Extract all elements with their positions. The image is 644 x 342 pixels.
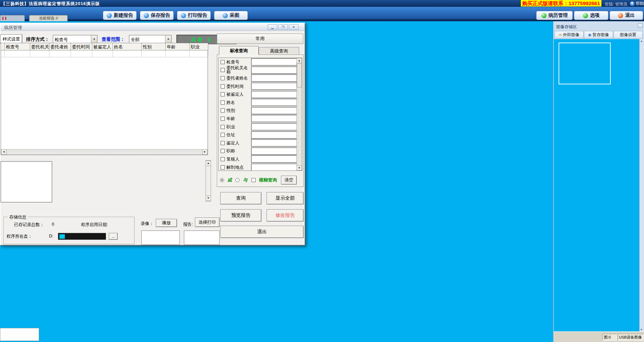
common-button[interactable]: 常用: [217, 34, 303, 44]
scroll-up-icon[interactable]: ▲: [640, 40, 643, 42]
query-field-row: 姓名: [219, 98, 296, 107]
query-field-input[interactable]: [251, 83, 302, 90]
show-all-button[interactable]: 显示全部: [267, 192, 304, 204]
field-checkbox[interactable]: [221, 117, 225, 121]
detail-memo-box[interactable]: [1, 161, 52, 202]
field-checkbox[interactable]: [221, 141, 225, 145]
chevron-down-icon[interactable]: ▼: [165, 35, 171, 43]
chevron-down-icon[interactable]: ▼: [91, 35, 97, 43]
logic-or-radio[interactable]: [220, 178, 224, 182]
dialog-titlebar[interactable]: 病历管理 ▁ ❐ ✕: [1, 23, 305, 31]
preview-report-button[interactable]: 预览报告: [220, 209, 261, 222]
query-field-input[interactable]: [251, 123, 302, 130]
query-field-input[interactable]: [251, 107, 302, 114]
query-field-row: 委托机关名称: [219, 66, 296, 74]
clear-button[interactable]: 清空: [281, 176, 297, 185]
query-list-scrollbar[interactable]: ▲ ▼: [296, 58, 302, 170]
scroll-down-icon[interactable]: ▼: [206, 196, 211, 201]
field-checkbox[interactable]: [221, 68, 225, 72]
query-field-input[interactable]: [251, 131, 302, 139]
records-table[interactable]: 检查号 委托机关 委托者姓 委托时间 被鉴定人 姓名 性别 年龄 职业 ◄ ►: [1, 43, 208, 155]
maximize-icon[interactable]: ❐: [278, 24, 288, 30]
field-checkbox[interactable]: [221, 101, 225, 105]
print-report-button[interactable]: 打印报告: [177, 11, 211, 20]
query-field-input[interactable]: [251, 115, 302, 122]
query-field-input[interactable]: [251, 67, 302, 74]
view-scope-select[interactable]: 全部 ▼: [129, 35, 172, 44]
image-slot-placeholder[interactable]: [559, 43, 611, 84]
fuzzy-query-checkbox[interactable]: [251, 178, 256, 182]
external-image-button[interactable]: ➥ 外部图像: [554, 31, 584, 38]
query-field-input[interactable]: [251, 58, 302, 66]
blue-sphere-icon: [144, 13, 149, 18]
close-icon[interactable]: ✕: [289, 24, 298, 30]
logic-or-label: 或: [227, 177, 232, 183]
query-field-input[interactable]: [251, 164, 302, 171]
query-field-row: 职业: [219, 123, 296, 131]
memo-vertical-scrollbar[interactable]: ▲ ▼: [206, 160, 211, 201]
field-checkbox[interactable]: [221, 157, 225, 161]
new-report-button[interactable]: 新建报告: [103, 11, 137, 20]
storage-info-title: 存储信息: [8, 214, 28, 220]
left-mini-tab[interactable]: [0, 15, 25, 21]
query-field-input[interactable]: [251, 74, 302, 82]
query-field-row: 被鉴定人: [219, 90, 296, 98]
style-settings-button[interactable]: 样式设置: [0, 34, 22, 44]
query-field-input[interactable]: [251, 155, 302, 163]
query-field-input[interactable]: [251, 148, 302, 155]
red-mark-icon: [5, 17, 6, 20]
query-field-input[interactable]: [251, 139, 302, 146]
scroll-left-icon[interactable]: ◄: [1, 149, 7, 155]
scroll-up-icon[interactable]: ▲: [296, 58, 302, 63]
logic-and-radio[interactable]: [235, 178, 239, 182]
query-field-row: 年龄: [219, 115, 296, 123]
play-button[interactable]: 播放: [156, 219, 177, 227]
records-manage-button[interactable]: 病历管理: [536, 11, 573, 20]
query-button[interactable]: 查询: [220, 192, 261, 204]
field-checkbox[interactable]: [221, 149, 225, 153]
field-checkbox[interactable]: [221, 165, 225, 169]
browse-button[interactable]: ...: [109, 233, 118, 240]
field-checkbox[interactable]: [221, 125, 225, 129]
tab-advanced-query[interactable]: 高级查询: [259, 47, 299, 55]
query-field-label: 委托时间: [226, 84, 251, 89]
help-button[interactable]: ? 帮助: [630, 1, 644, 7]
capture-image-button[interactable]: 采图: [214, 11, 248, 20]
image-settings-button[interactable]: 图像设置: [613, 31, 643, 38]
field-checkbox[interactable]: [221, 60, 225, 64]
image-panel-scrollbar[interactable]: ▲ ▼: [639, 39, 644, 331]
image-list-area[interactable]: ▲ ▼: [554, 39, 644, 331]
column-header: 检查号: [5, 43, 30, 50]
scrollbar-thumb[interactable]: [297, 63, 302, 87]
window-controls: ▁ ❐ ✕: [268, 24, 298, 30]
field-checkbox[interactable]: [221, 76, 225, 80]
save-report-button[interactable]: 保存报告: [140, 11, 174, 20]
minimize-icon[interactable]: ▁: [268, 24, 277, 30]
exit-app-button[interactable]: 退出: [610, 11, 643, 20]
field-checkbox[interactable]: [221, 108, 225, 113]
query-field-input[interactable]: [251, 99, 302, 106]
report-label: 报告:: [183, 222, 193, 227]
field-checkbox[interactable]: [221, 84, 225, 89]
scroll-right-icon[interactable]: ►: [202, 149, 208, 155]
new-report-label: 新建报告: [114, 12, 133, 19]
options-button[interactable]: 选项: [574, 11, 608, 20]
scroll-down-icon[interactable]: ▼: [640, 328, 643, 331]
temp-image-button[interactable]: ◉ 暂存图像: [584, 31, 613, 38]
total-records-label: 已存记录总数：: [14, 222, 44, 228]
red-mark-icon: [2, 17, 3, 20]
field-checkbox[interactable]: [221, 92, 225, 96]
modify-report-button[interactable]: 修改报告: [267, 209, 304, 222]
select-print-button[interactable]: 选择打印: [195, 217, 220, 227]
disk-usage-bar: [58, 233, 106, 240]
panel-close-button[interactable]: [638, 23, 643, 28]
scroll-up-icon[interactable]: ▲: [206, 161, 211, 166]
sort-mode-select[interactable]: 检查号 ▼: [53, 35, 97, 44]
dialog-exit-button[interactable]: 退出: [220, 226, 304, 238]
scroll-down-icon[interactable]: ▼: [296, 165, 302, 170]
field-checkbox[interactable]: [221, 133, 225, 137]
tab-standard-query[interactable]: 标准查询: [219, 46, 259, 55]
tab-current-report[interactable]: 当前报告 //: [29, 15, 68, 21]
query-field-input[interactable]: [251, 91, 302, 98]
table-horizontal-scrollbar[interactable]: ◄ ►: [1, 149, 208, 155]
